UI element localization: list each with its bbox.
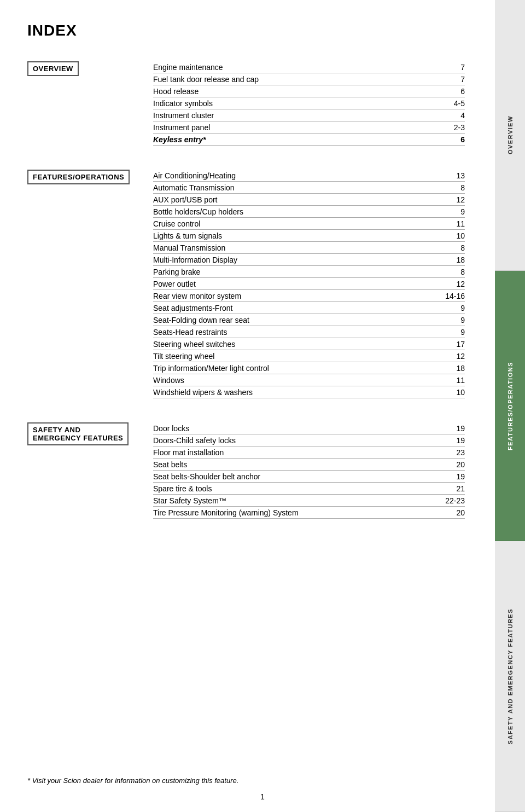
- safety-section: SAFETY ANDEMERGENCY FEATURES Door locks …: [27, 422, 465, 519]
- item-name: Seat belts: [153, 460, 443, 469]
- item-name: Seats-Head restraints: [153, 328, 443, 337]
- table-row: Instrument panel 2-3: [153, 121, 465, 134]
- table-row: Cruise control 11: [153, 218, 465, 230]
- item-name: Tire Pressure Monitoring (warning) Syste…: [153, 508, 443, 517]
- item-name: Air Conditioning/Heating: [153, 171, 443, 180]
- features-label-col: FEATURES/OPERATIONS: [27, 170, 153, 398]
- item-page: 8: [443, 183, 465, 192]
- item-name: Fuel tank door release and cap: [153, 75, 443, 84]
- table-row: Indicator symbols 4-5: [153, 97, 465, 109]
- item-name: Instrument panel: [153, 123, 443, 132]
- table-row: Instrument cluster 4: [153, 109, 465, 121]
- overview-label-col: OVERVIEW: [27, 61, 153, 146]
- item-page: 4: [443, 111, 465, 120]
- overview-label: OVERVIEW: [27, 61, 79, 76]
- safety-tab[interactable]: SAFETY AND EMERGENCY FEATURES: [495, 541, 525, 812]
- item-page: 17: [443, 340, 465, 349]
- item-name: Instrument cluster: [153, 111, 443, 120]
- table-row: Floor mat installation 23: [153, 446, 465, 459]
- page-title: INDEX: [27, 22, 465, 39]
- item-name: Manual Transmission: [153, 243, 443, 252]
- table-row: Tilt steering wheel 12: [153, 350, 465, 362]
- table-row: Parking brake 8: [153, 266, 465, 278]
- table-row: Bottle holders/Cup holders 9: [153, 206, 465, 218]
- item-page: 18: [443, 256, 465, 264]
- item-page: 21: [443, 484, 465, 493]
- table-row: Lights & turn signals 10: [153, 230, 465, 242]
- item-page: 19: [443, 436, 465, 445]
- item-page: 14-16: [443, 292, 465, 300]
- item-page: 11: [443, 219, 465, 228]
- table-row: Seat-Folding down rear seat 9: [153, 314, 465, 326]
- table-row: Manual Transmission 8: [153, 242, 465, 254]
- item-page: 2-3: [443, 123, 465, 132]
- features-tab-label: FEATURES/OPERATIONS: [507, 362, 514, 450]
- item-name: Automatic Transmission: [153, 183, 443, 192]
- table-row: Steering wheel switches 17: [153, 338, 465, 350]
- table-row: Spare tire & tools 21: [153, 483, 465, 495]
- item-page: 18: [443, 364, 465, 373]
- item-name: Engine maintenance: [153, 63, 443, 72]
- table-row: Windows 11: [153, 374, 465, 386]
- item-page: 10: [443, 231, 465, 240]
- item-name: Multi-Information Display: [153, 256, 443, 264]
- safety-items: Door locks 19 Doors-Child safety locks 1…: [153, 422, 465, 519]
- item-name: Cruise control: [153, 219, 443, 228]
- right-tabs: OVERVIEW FEATURES/OPERATIONS SAFETY AND …: [495, 0, 525, 812]
- item-name: Tilt steering wheel: [153, 352, 443, 361]
- table-row: Power outlet 12: [153, 278, 465, 290]
- item-name: Indicator symbols: [153, 99, 443, 108]
- item-name: Seat adjustments-Front: [153, 304, 443, 312]
- item-name: Seat belts-Shoulder belt anchor: [153, 472, 443, 481]
- item-name: Floor mat installation: [153, 448, 443, 457]
- safety-tab-label: SAFETY AND EMERGENCY FEATURES: [507, 608, 514, 744]
- item-page: 12: [443, 352, 465, 361]
- item-name: Hood release: [153, 87, 443, 96]
- item-page: 9: [443, 207, 465, 216]
- item-page: 9: [443, 328, 465, 337]
- item-page: 19: [443, 472, 465, 481]
- item-name: Keyless entry*: [153, 135, 443, 144]
- item-name: Door locks: [153, 424, 443, 433]
- overview-items: Engine maintenance 7 Fuel tank door rele…: [153, 61, 465, 146]
- item-page: 4-5: [443, 99, 465, 108]
- table-row: Air Conditioning/Heating 13: [153, 170, 465, 182]
- table-row: Keyless entry* 6: [153, 134, 465, 146]
- item-name: Windshield wipers & washers: [153, 388, 443, 397]
- item-name: Steering wheel switches: [153, 340, 443, 349]
- item-page: 11: [443, 376, 465, 385]
- item-name: Bottle holders/Cup holders: [153, 207, 443, 216]
- item-page: 9: [443, 316, 465, 324]
- overview-tab[interactable]: OVERVIEW: [495, 0, 525, 271]
- item-page: 8: [443, 243, 465, 252]
- item-page: 12: [443, 195, 465, 204]
- item-page: 20: [443, 460, 465, 469]
- table-row: Star Safety System™ 22-23: [153, 495, 465, 507]
- item-page: 12: [443, 280, 465, 288]
- item-page: 10: [443, 388, 465, 397]
- item-name: Windows: [153, 376, 443, 385]
- item-name: Lights & turn signals: [153, 231, 443, 240]
- item-page: 19: [443, 424, 465, 433]
- item-page: 13: [443, 171, 465, 180]
- table-row: Seat adjustments-Front 9: [153, 302, 465, 314]
- table-row: Seat belts 20: [153, 459, 465, 471]
- item-name: Spare tire & tools: [153, 484, 443, 493]
- features-tab[interactable]: FEATURES/OPERATIONS: [495, 271, 525, 542]
- item-name: Rear view monitor system: [153, 292, 443, 300]
- item-name: Power outlet: [153, 280, 443, 288]
- item-page: 23: [443, 448, 465, 457]
- item-name: Parking brake: [153, 268, 443, 276]
- table-row: Rear view monitor system 14-16: [153, 290, 465, 302]
- item-name: Doors-Child safety locks: [153, 436, 443, 445]
- features-label: FEATURES/OPERATIONS: [27, 170, 130, 184]
- table-row: AUX port/USB port 12: [153, 194, 465, 206]
- table-row: Fuel tank door release and cap 7: [153, 73, 465, 85]
- item-name: Trip information/Meter light control: [153, 364, 443, 373]
- item-page: 20: [443, 508, 465, 517]
- table-row: Trip information/Meter light control 18: [153, 362, 465, 374]
- item-page: 6: [443, 135, 465, 144]
- table-row: Engine maintenance 7: [153, 61, 465, 73]
- table-row: Automatic Transmission 8: [153, 182, 465, 194]
- table-row: Seats-Head restraints 9: [153, 326, 465, 338]
